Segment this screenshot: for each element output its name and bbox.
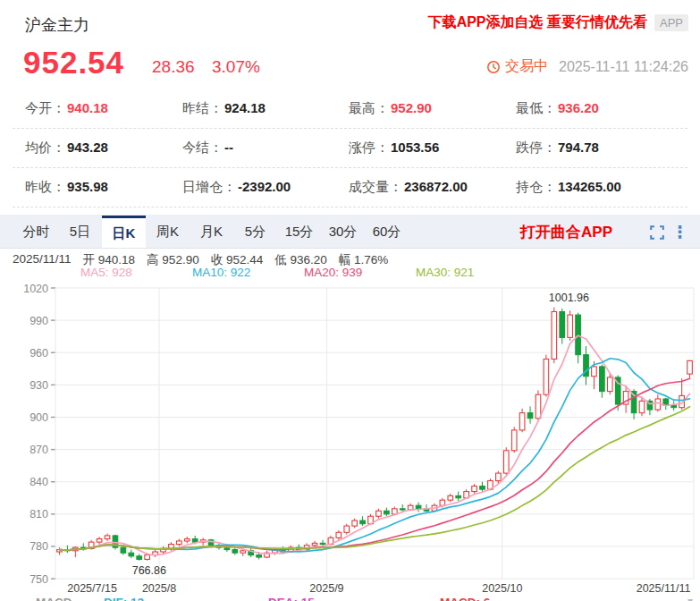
quote-grid: 今开：940.18昨结：924.18最高：952.90最低：936.20均价：9… bbox=[0, 89, 700, 207]
tab-5分[interactable]: 5分 bbox=[233, 216, 277, 248]
candle bbox=[456, 492, 461, 502]
last-price: 952.54 bbox=[23, 45, 124, 80]
candle bbox=[352, 519, 358, 529]
candle bbox=[663, 398, 669, 410]
fullscreen-icon[interactable] bbox=[650, 225, 664, 240]
candle bbox=[671, 401, 677, 411]
tab-日K[interactable]: 日K bbox=[102, 216, 146, 248]
quote-field-均价: 均价：943.28 bbox=[25, 140, 182, 157]
candle bbox=[560, 309, 565, 344]
tab-周K[interactable]: 周K bbox=[146, 216, 190, 248]
candle bbox=[177, 539, 182, 546]
price-change: 28.36 bbox=[152, 57, 195, 77]
quote-field-涨停: 涨停：1053.56 bbox=[349, 140, 516, 157]
svg-text:960: 960 bbox=[30, 347, 48, 360]
tab-60分[interactable]: 60分 bbox=[365, 216, 409, 248]
candle bbox=[552, 308, 557, 364]
candle bbox=[336, 530, 342, 540]
candle bbox=[503, 447, 509, 475]
macd-value: DEA: 15 bbox=[268, 596, 315, 601]
quote-field-今结: 今结：-- bbox=[182, 140, 349, 157]
candle bbox=[376, 509, 382, 519]
x-axis-label: 2025/8 bbox=[142, 582, 176, 595]
candle bbox=[687, 360, 693, 378]
svg-text:810: 810 bbox=[30, 508, 48, 521]
candle bbox=[137, 554, 142, 560]
x-axis-label: 2025/11/11 bbox=[637, 582, 691, 595]
ohlc-part: 2025/11/11 bbox=[13, 252, 72, 268]
svg-text:990: 990 bbox=[30, 315, 48, 327]
promo-link[interactable]: 下载APP添加自选 重要行情优先看 bbox=[428, 13, 647, 32]
candle bbox=[384, 508, 390, 517]
candle bbox=[600, 364, 605, 397]
svg-text:780: 780 bbox=[30, 540, 48, 553]
quote-field-跌停: 跌停：794.78 bbox=[516, 140, 687, 157]
candle bbox=[153, 550, 158, 557]
candle bbox=[647, 399, 653, 415]
svg-text:1020: 1020 bbox=[23, 283, 48, 295]
high-annotation: 1001.96 bbox=[549, 292, 589, 304]
ma30-line bbox=[59, 407, 689, 550]
price-change-percent: 3.07% bbox=[212, 57, 260, 77]
app-badge[interactable]: APP bbox=[654, 14, 688, 31]
candle bbox=[519, 409, 525, 432]
tab-月K[interactable]: 月K bbox=[190, 216, 233, 248]
candle bbox=[448, 494, 453, 503]
page-title: 沪金主力 bbox=[25, 14, 89, 36]
ma10-line bbox=[59, 359, 689, 552]
candle bbox=[129, 550, 134, 559]
quote-page: 沪金主力 下载APP添加自选 重要行情优先看 APP 952.54 28.36 … bbox=[0, 0, 700, 601]
candle bbox=[105, 534, 110, 541]
quote-field-昨收: 昨收：935.98 bbox=[25, 179, 182, 196]
promo-banner[interactable]: 下载APP添加自选 重要行情优先看 APP bbox=[428, 13, 688, 32]
candle bbox=[97, 537, 102, 546]
svg-text:870: 870 bbox=[30, 444, 48, 456]
macd-value: MACD: 6 bbox=[440, 596, 490, 601]
x-axis-labels: 2025/7/152025/82025/92025/102025/11/11 bbox=[0, 582, 700, 597]
trading-status: 交易中 bbox=[505, 57, 548, 76]
quote-field-今开: 今开：940.18 bbox=[25, 100, 182, 117]
candle bbox=[584, 346, 589, 385]
svg-text:840: 840 bbox=[30, 476, 48, 488]
more-menu-icon[interactable]: ⋮ bbox=[671, 222, 688, 242]
x-axis-label: 2025/9 bbox=[309, 582, 343, 595]
candle bbox=[184, 537, 190, 543]
x-axis-label: 2025/7/15 bbox=[67, 582, 117, 595]
quote-field-昨结: 昨结：924.18 bbox=[182, 100, 349, 117]
low-annotation: 766.86 bbox=[132, 564, 166, 577]
candlestick-chart[interactable]: 10209909609309008708408107807501001.9676… bbox=[0, 277, 700, 586]
quote-field-持仓: 持仓：134265.00 bbox=[516, 179, 687, 196]
quote-row: 今开：940.18昨结：924.18最高：952.90最低：936.20 bbox=[13, 89, 687, 129]
quote-timestamp: 2025-11-11 11:24:26 bbox=[559, 59, 688, 75]
market-status-row: 交易中 2025-11-11 11:24:26 bbox=[486, 57, 688, 76]
svg-text:930: 930 bbox=[30, 379, 48, 392]
tab-30分[interactable]: 30分 bbox=[321, 216, 365, 248]
tab-5日[interactable]: 5日 bbox=[58, 216, 102, 248]
macd-value: DIF: 12 bbox=[104, 596, 144, 601]
candle bbox=[73, 546, 79, 557]
candle bbox=[544, 355, 549, 397]
scroll-hint-icon[interactable]: ▾ bbox=[687, 595, 693, 601]
quote-field-最高: 最高：952.90 bbox=[349, 100, 516, 117]
candle bbox=[679, 378, 685, 410]
open-app-link[interactable]: 打开曲合APP bbox=[520, 222, 612, 242]
macd-indicator-row: MACDDIF: 12DEA: 15MACD: 6 bbox=[0, 596, 700, 601]
candle bbox=[568, 310, 573, 341]
candle bbox=[360, 516, 366, 526]
tab-15分[interactable]: 15分 bbox=[277, 216, 321, 248]
candle bbox=[472, 484, 477, 494]
quote-field-最低: 最低：936.20 bbox=[516, 100, 687, 117]
candle bbox=[57, 547, 63, 554]
period-tabbar: 分时5日日K周K月K5分15分30分60分 打开曲合APP ⋮ bbox=[0, 215, 700, 249]
candle bbox=[161, 546, 166, 554]
candle bbox=[527, 406, 533, 423]
clock-icon bbox=[486, 60, 501, 74]
svg-text:900: 900 bbox=[30, 411, 48, 424]
quote-row: 均价：943.28今结：--涨停：1053.56跌停：794.78 bbox=[13, 129, 687, 168]
quote-field-日增仓: 日增仓：-2392.00 bbox=[182, 179, 349, 196]
candle bbox=[416, 503, 421, 512]
candle bbox=[511, 427, 517, 453]
candle bbox=[344, 524, 350, 535]
tab-分时[interactable]: 分时 bbox=[14, 216, 58, 248]
x-axis-label: 2025/10 bbox=[482, 582, 522, 595]
